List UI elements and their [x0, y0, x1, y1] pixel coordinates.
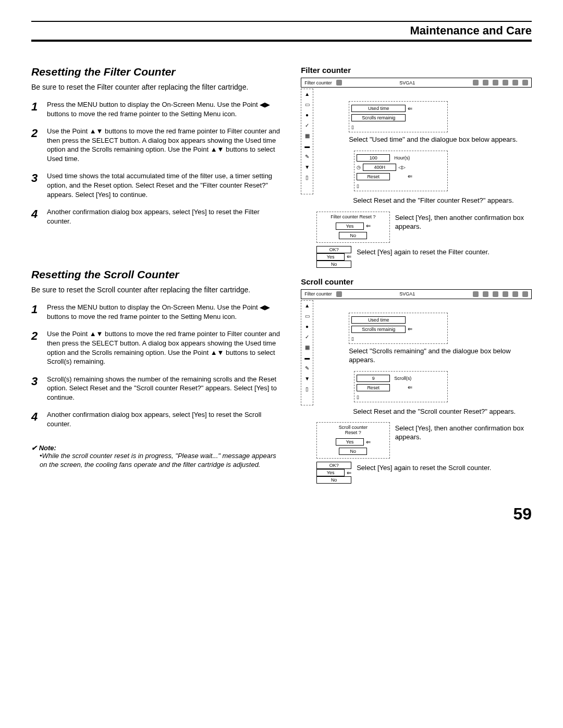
menu-icon	[493, 291, 498, 297]
scroll-step-3: 3 Scroll(s) remaining shows the number o…	[31, 375, 285, 402]
menu-icon	[522, 291, 528, 297]
menu-icon	[483, 80, 488, 85]
up-icon: ▲	[304, 303, 310, 309]
left-column: Resetting the Filter Counter Be sure to …	[31, 63, 285, 484]
pointer-icon: ⇐	[408, 173, 412, 180]
pointer-icon: ⇐	[347, 253, 351, 260]
menu-label: Filter counter	[304, 80, 332, 85]
menu-icon	[493, 80, 498, 85]
used-time-dialog: 100Hour(s) ◷400H◁▷ Reset⇐ ▯	[354, 151, 448, 191]
up-icon: ▲	[304, 91, 310, 97]
filter-caption-3: Select [Yes], then another confirmation …	[395, 214, 532, 231]
menu-icon	[483, 291, 488, 297]
no-option: No	[316, 476, 351, 484]
exit-icon: ▯	[357, 183, 445, 189]
filter-caption-4: Select [Yes] again to reset the Filter c…	[357, 248, 489, 257]
scroll-menu-box: ▲ ▭ ● ✓ ▦ ▬ ✎ ▼ ▯ Used time Scrolls rema…	[301, 300, 532, 405]
no-option: No	[339, 232, 367, 239]
exit-icon: ▯	[304, 175, 310, 181]
main-columns: Resetting the Filter Counter Be sure to …	[31, 63, 532, 484]
reset-question: Filter counter Reset ?	[319, 214, 387, 219]
step-num: 2	[31, 127, 47, 163]
menu-icon	[503, 291, 508, 297]
ok-label: OK?	[316, 462, 351, 469]
filter-intro: Be sure to reset the Filter counter afte…	[31, 82, 285, 92]
exit-icon: ▯	[351, 125, 445, 130]
menu-bar: Filter counter SVGA1	[301, 78, 532, 88]
menu-item-icon: ●	[304, 324, 310, 330]
menu-icon	[503, 80, 508, 85]
lr-arrow-icon: ◁▷	[398, 165, 406, 170]
yes-option: Yes	[336, 223, 364, 230]
scroll-caption-1: Select "Scrolls remaining" and the dialo…	[349, 347, 532, 365]
menu-bar: Filter counter SVGA1	[301, 289, 532, 299]
no-option: No	[339, 448, 367, 455]
no-option: No	[316, 261, 351, 268]
value-400h: 400H	[363, 164, 396, 171]
scroll-caption-4: Select [Yes] again to reset the Scroll c…	[357, 464, 491, 473]
filter-counter-heading: Filter counter	[301, 66, 532, 75]
menu-icon	[522, 80, 528, 85]
scrolls-label: Scroll(s)	[392, 376, 413, 381]
step-num: 1	[31, 100, 47, 118]
step-text: Another confirmation dialog box appears,…	[47, 207, 285, 226]
used-time-option: Used time	[351, 316, 406, 324]
filter-step-2: 2 Use the Point ▲▼ buttons to move the r…	[31, 127, 285, 163]
step-text: Press the MENU button to display the On-…	[47, 303, 285, 321]
menu-icon	[336, 291, 342, 297]
reset-confirm-dialog: Scroll counter Reset ? Yes⇐ No	[316, 422, 389, 459]
reset-question-2: Reset ?	[319, 430, 387, 435]
filter-caption-2: Select Reset and the "Filter counter Res…	[353, 196, 532, 205]
menu-mode: SVGA1	[399, 291, 415, 297]
menu-icon	[512, 291, 518, 297]
pointer-icon: ⇐	[366, 223, 371, 229]
ok-label: OK?	[316, 246, 351, 253]
menu-icon	[512, 80, 518, 85]
exit-icon: ▯	[351, 336, 445, 341]
menu-sidebar: ▲ ▭ ● ✓ ▦ ▬ ✎ ▼ ▯	[301, 300, 313, 405]
scroll-confirm-row: Scroll counter Reset ? Yes⇐ No Select [Y…	[301, 422, 532, 462]
menu-item-icon: ▦	[304, 133, 310, 139]
step-text: Use the Point ▲▼ buttons to move the red…	[47, 127, 285, 163]
pointer-icon: ⇐	[366, 439, 371, 446]
scroll-step-4: 4 Another confirmation dialog box appear…	[31, 410, 285, 428]
value-100: 100	[357, 154, 390, 162]
menu-item-icon: ✓	[304, 334, 310, 340]
step-num: 1	[31, 303, 47, 321]
filter-confirm-row: Filter counter Reset ? Yes⇐ No Select [Y…	[301, 212, 532, 246]
menu-sidebar: ▲ ▭ ● ✓ ▦ ▬ ✎ ▼ ▯	[301, 89, 313, 194]
scroll-ok-row: OK? Yes⇐ No Select [Yes] again to reset …	[301, 462, 532, 484]
scroll-section-title: Resetting the Scroll Counter	[31, 268, 285, 281]
scroll-step-1: 1 Press the MENU button to display the O…	[31, 303, 285, 321]
used-time-option: Used time	[351, 105, 406, 112]
scroll-caption-2: Select Reset and the "Scroll counter Res…	[353, 408, 532, 416]
step-text: Use the Point ▲▼ buttons to move the red…	[47, 329, 285, 366]
step-num: 4	[31, 207, 47, 226]
pointer-icon: ⇐	[347, 470, 351, 476]
step-num: 3	[31, 171, 47, 199]
menu-icon	[473, 291, 479, 297]
header-title: Maintenance and Care	[31, 24, 532, 38]
filter-caption-1: Select "Used time" and the dialogue box …	[349, 135, 532, 144]
scrolls-option: Scrolls remainig	[351, 326, 406, 333]
scroll-intro: Be sure to reset the Scroll counter afte…	[31, 285, 285, 294]
ok-confirm-dialog: OK? Yes⇐ No	[316, 246, 351, 268]
menu-item-icon: ▭	[304, 313, 310, 319]
options-dialog: Used time⇐ Scrolls remainig ▯	[349, 101, 448, 132]
pointer-icon: ⇐	[408, 384, 412, 391]
yes-option: Yes	[336, 438, 364, 446]
reset-option: Reset	[357, 384, 390, 391]
reset-confirm-dialog: Filter counter Reset ? Yes⇐ No	[316, 212, 389, 243]
menu-icon	[336, 80, 342, 85]
note-heading: Note:	[31, 444, 285, 452]
scroll-step-2: 2 Use the Point ▲▼ buttons to move the r…	[31, 329, 285, 366]
note-body: •While the scroll counter reset is in pr…	[40, 452, 285, 470]
exit-icon: ▯	[304, 386, 310, 392]
step-num: 4	[31, 410, 47, 428]
exit-icon: ▯	[357, 394, 445, 400]
scroll-counter-heading: Scroll counter	[301, 277, 532, 286]
reset-option: Reset	[357, 173, 390, 180]
hours-label: Hour(s)	[392, 155, 412, 161]
step-num: 3	[31, 375, 47, 402]
step-num: 2	[31, 329, 47, 366]
